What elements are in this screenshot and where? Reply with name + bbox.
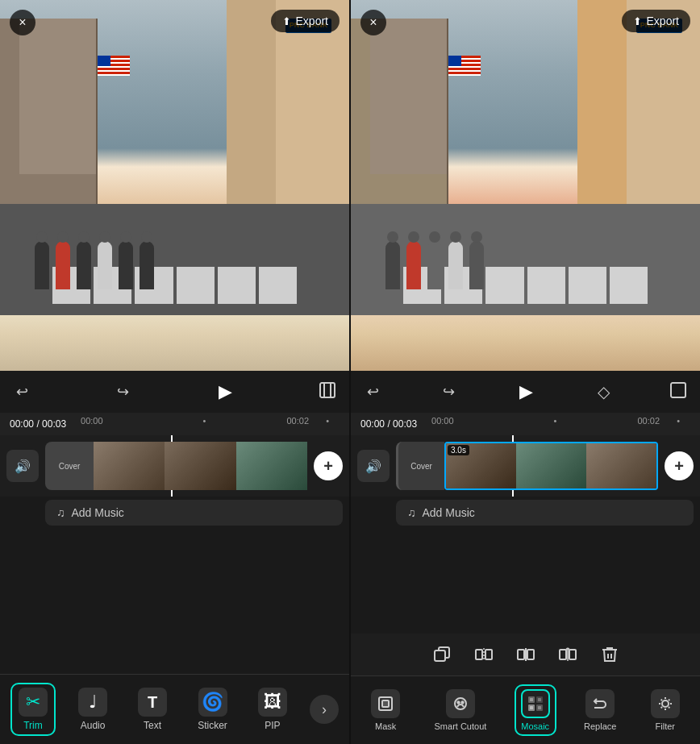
right-expand-button[interactable] bbox=[666, 378, 690, 406]
clip-split-left-button[interactable] bbox=[466, 640, 502, 669]
right-time-track: 00:00 • 00:02 • bbox=[423, 416, 684, 432]
toolbar-text[interactable]: T Text bbox=[130, 683, 175, 736]
left-street-scene: PNC BANK bbox=[0, 0, 349, 371]
person1 bbox=[35, 241, 49, 289]
left-undo-button[interactable]: ↩ bbox=[10, 380, 35, 404]
clip-copy-button[interactable] bbox=[424, 640, 460, 669]
right-add-clip-button[interactable]: + bbox=[665, 451, 694, 480]
audio-label: Audio bbox=[81, 720, 106, 731]
clip-split-mid-button[interactable] bbox=[508, 640, 544, 669]
right-tick1: 00:00 bbox=[431, 416, 454, 426]
clip-delete-button[interactable] bbox=[592, 640, 627, 669]
toolbar-more-button[interactable]: › bbox=[310, 695, 339, 724]
toolbar-mask[interactable]: Mask bbox=[365, 684, 406, 736]
right-street-scene: PNC BANK bbox=[351, 0, 700, 371]
left-clip-track[interactable]: Cover bbox=[45, 442, 307, 490]
toolbar-replace[interactable]: Replace bbox=[577, 684, 623, 736]
right-thumb2 bbox=[516, 443, 586, 488]
smart-cutout-label: Smart Cutout bbox=[435, 721, 487, 731]
right-person5 bbox=[469, 241, 484, 289]
left-main-toolbar: ✂ Trim ♩ Audio T Text 🌀 Sticker 🖼 PIP › bbox=[0, 674, 349, 744]
right-undo-button[interactable]: ↩ bbox=[360, 380, 385, 404]
clip-split-right-button[interactable] bbox=[550, 640, 585, 669]
right-add-music-button[interactable]: ♫ Add Music bbox=[396, 500, 694, 526]
right-thumb3 bbox=[586, 443, 656, 488]
left-close-button[interactable]: × bbox=[10, 10, 35, 35]
audio-icon: ♩ bbox=[78, 688, 107, 717]
right-spacer bbox=[351, 529, 700, 634]
right-play-button[interactable]: ▶ bbox=[511, 377, 540, 406]
timestamp-badge: 3.0s bbox=[448, 445, 469, 455]
right-close-button[interactable]: × bbox=[360, 10, 386, 35]
svg-rect-23 bbox=[530, 706, 533, 709]
right-export-button[interactable]: ⬆ Export bbox=[622, 10, 690, 32]
toolbar-sticker[interactable]: 🌀 Sticker bbox=[190, 683, 235, 736]
pip-icon: 🖼 bbox=[258, 688, 287, 717]
toolbar-audio[interactable]: ♩ Audio bbox=[70, 683, 115, 736]
clip-tools-row bbox=[351, 634, 700, 675]
left-timeline-header: 00:00 / 00:03 00:00 • 00:02 • bbox=[0, 413, 349, 435]
person2 bbox=[56, 241, 70, 289]
left-controls-row: ↩ ↪ ▶ bbox=[0, 371, 349, 413]
person3 bbox=[77, 241, 91, 289]
svg-point-16 bbox=[461, 701, 463, 703]
left-spacer bbox=[0, 529, 349, 674]
left-clip-thumbnails bbox=[94, 442, 307, 490]
left-tick-dot: • bbox=[203, 416, 206, 426]
svg-rect-24 bbox=[538, 706, 541, 709]
right-panel: PNC BANK bbox=[351, 0, 700, 744]
right-audio-icon[interactable]: 🔊 bbox=[357, 450, 390, 482]
right-person2 bbox=[406, 241, 421, 289]
filter-label: Filter bbox=[656, 721, 675, 731]
toolbar-smart-cutout[interactable]: Smart Cutout bbox=[428, 684, 494, 736]
left-time-display: 00:00 / 00:03 bbox=[10, 418, 66, 430]
svg-rect-10 bbox=[569, 650, 576, 659]
svg-rect-3 bbox=[476, 650, 482, 659]
right-clip-thumbnails: 3.0s bbox=[444, 442, 658, 490]
toolbar-filter[interactable]: Filter bbox=[644, 684, 686, 736]
music-icon-left: ♫ bbox=[56, 506, 65, 519]
svg-rect-21 bbox=[530, 698, 533, 701]
text-icon: T bbox=[138, 688, 167, 717]
left-export-button[interactable]: ⬆ Export bbox=[271, 10, 340, 32]
svg-rect-22 bbox=[538, 698, 541, 701]
left-add-music-button[interactable]: ♫ Add Music bbox=[45, 500, 343, 526]
right-timeline-area: 🔊 Cover 3.0s + bbox=[351, 435, 700, 497]
left-redo-button[interactable]: ↪ bbox=[110, 380, 135, 404]
toolbar-pip[interactable]: 🖼 PIP bbox=[250, 683, 295, 736]
right-person1 bbox=[385, 241, 400, 289]
right-keyframe-button[interactable] bbox=[591, 379, 616, 405]
left-add-clip-button[interactable]: + bbox=[314, 451, 343, 480]
right-clip-track[interactable]: Cover 3.0s bbox=[396, 442, 658, 490]
smart-cutout-icon bbox=[446, 689, 475, 718]
people-right bbox=[385, 178, 665, 289]
mosaic-label: Mosaic bbox=[521, 721, 549, 731]
people-left bbox=[35, 178, 314, 289]
left-tick1: 00:00 bbox=[81, 416, 103, 426]
flag-right bbox=[448, 56, 481, 76]
left-expand-button[interactable] bbox=[315, 378, 340, 406]
mask-icon bbox=[371, 689, 400, 718]
replace-label: Replace bbox=[584, 721, 616, 731]
pip-label: PIP bbox=[265, 720, 280, 731]
upload-icon-right: ⬆ bbox=[633, 15, 642, 27]
right-person3 bbox=[427, 241, 442, 289]
person5 bbox=[119, 241, 133, 289]
sticker-icon: 🌀 bbox=[198, 688, 227, 717]
mask-label: Mask bbox=[375, 721, 396, 731]
right-redo-button[interactable]: ↪ bbox=[436, 380, 461, 404]
toolbar-mosaic[interactable]: Mosaic bbox=[515, 684, 556, 736]
upload-icon-left: ⬆ bbox=[282, 15, 291, 27]
right-main-toolbar: Mask Smart Cutout bbox=[351, 675, 700, 744]
left-panel: PNC BANK bbox=[0, 0, 349, 744]
left-clip-cover: Cover bbox=[45, 442, 94, 490]
right-tick-dot2: • bbox=[677, 416, 680, 426]
right-timeline-header: 00:00 / 00:03 00:00 • 00:02 • bbox=[351, 413, 700, 435]
left-audio-icon[interactable]: 🔊 bbox=[6, 450, 39, 482]
svg-rect-4 bbox=[485, 650, 492, 659]
toolbar-trim[interactable]: ✂ Trim bbox=[10, 683, 56, 736]
left-thumb1 bbox=[94, 442, 165, 490]
mosaic-icon bbox=[521, 689, 550, 718]
left-play-button[interactable]: ▶ bbox=[210, 377, 240, 406]
replace-icon bbox=[585, 689, 615, 718]
